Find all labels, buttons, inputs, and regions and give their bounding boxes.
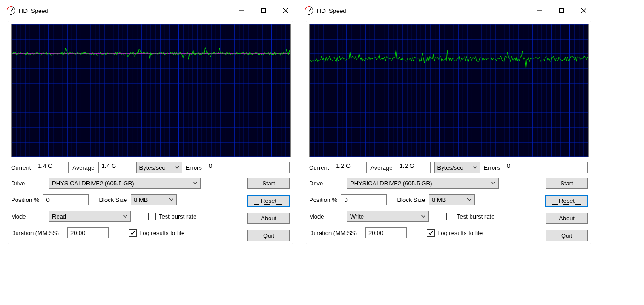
errors-label: Errors	[484, 164, 500, 171]
blocksize-select[interactable]: 8 MB	[429, 194, 475, 205]
current-label: Current	[11, 164, 31, 171]
graph-panel	[11, 24, 291, 157]
checkbox-icon	[129, 229, 137, 237]
duration-label: Duration (MM:SS)	[11, 230, 59, 236]
burst-label: Test burst rate	[457, 213, 494, 220]
blocksize-select[interactable]: 8 MB	[131, 194, 177, 205]
current-value: 1.2 G	[333, 162, 367, 173]
mode-select[interactable]: Write	[347, 211, 429, 222]
burst-label: Test burst rate	[159, 213, 196, 220]
drive-label: Drive	[309, 180, 343, 187]
svg-rect-0	[262, 9, 266, 13]
blocksize-label: Block Size	[397, 196, 425, 203]
reset-button[interactable]: Reset	[546, 195, 588, 206]
graph-panel	[309, 24, 589, 157]
about-button[interactable]: About	[247, 213, 290, 224]
unit-select[interactable]: Bytes/sec	[136, 162, 182, 173]
maximize-button[interactable]	[257, 6, 270, 16]
titlebar[interactable]: HD_Speed	[3, 3, 298, 18]
chevron-down-icon	[491, 182, 495, 184]
average-label: Average	[370, 164, 392, 171]
app-icon	[7, 6, 15, 15]
burst-checkbox[interactable]: Test burst rate	[446, 213, 494, 220]
checkbox-icon	[148, 213, 156, 220]
close-button[interactable]	[577, 6, 590, 16]
checkbox-icon	[446, 213, 454, 220]
errors-value: 0	[504, 162, 588, 173]
svg-rect-73	[560, 9, 564, 13]
logfile-checkbox[interactable]: Log results to file	[427, 229, 483, 237]
current-label: Current	[309, 164, 329, 171]
current-value: 1.4 G	[34, 162, 69, 173]
position-label: Position %	[11, 196, 39, 203]
chevron-down-icon	[123, 215, 127, 218]
maximize-button[interactable]	[555, 6, 568, 16]
chevron-down-icon	[473, 166, 477, 169]
mode-label: Mode	[309, 213, 343, 220]
errors-label: Errors	[186, 164, 202, 171]
chevron-down-icon	[175, 166, 179, 169]
minimize-button[interactable]	[533, 6, 546, 16]
app-window: HD_SpeedCurrent1.2 GAverage1.2 GBytes/se…	[301, 3, 596, 249]
graph-grid	[12, 24, 290, 157]
app-window: HD_SpeedCurrent1.4 GAverage1.4 GBytes/se…	[3, 3, 298, 249]
errors-value: 0	[206, 162, 290, 173]
position-input[interactable]	[43, 194, 89, 205]
blocksize-label: Block Size	[99, 196, 127, 203]
chevron-down-icon	[169, 198, 173, 201]
graph-grid	[310, 24, 588, 157]
unit-select[interactable]: Bytes/sec	[434, 162, 480, 173]
titlebar[interactable]: HD_Speed	[301, 3, 596, 18]
logfile-label: Log results to file	[139, 230, 184, 236]
drive-label: Drive	[11, 180, 45, 187]
position-input[interactable]	[341, 194, 387, 205]
duration-label: Duration (MM:SS)	[309, 230, 357, 236]
quit-button[interactable]: Quit	[546, 230, 588, 241]
drive-select[interactable]: PHYSICALDRIVE2 (605.5 GB)	[49, 178, 201, 189]
checkbox-icon	[427, 229, 435, 237]
burst-checkbox[interactable]: Test burst rate	[148, 213, 196, 220]
reset-button[interactable]: Reset	[247, 195, 290, 206]
start-button[interactable]: Start	[247, 178, 290, 189]
logfile-checkbox[interactable]: Log results to file	[129, 229, 184, 237]
window-title: HD_Speed	[19, 7, 235, 14]
start-button[interactable]: Start	[546, 178, 588, 189]
average-value: 1.2 G	[397, 162, 431, 173]
close-button[interactable]	[279, 6, 292, 16]
chevron-down-icon	[193, 182, 197, 184]
average-value: 1.4 G	[98, 162, 132, 173]
logfile-label: Log results to file	[437, 230, 483, 236]
quit-button[interactable]: Quit	[247, 230, 290, 241]
speed-graph	[12, 24, 290, 157]
mode-select[interactable]: Read	[49, 211, 131, 222]
minimize-button[interactable]	[235, 6, 248, 16]
average-label: Average	[72, 164, 94, 171]
client-area: Current1.2 GAverage1.2 GBytes/secErrors0…	[306, 21, 591, 244]
chevron-down-icon	[421, 215, 426, 218]
drive-select[interactable]: PHYSICALDRIVE2 (605.5 GB)	[347, 178, 499, 189]
mode-label: Mode	[11, 213, 45, 220]
window-title: HD_Speed	[317, 7, 533, 14]
duration-input[interactable]	[365, 227, 407, 238]
speed-graph	[310, 24, 588, 157]
duration-input[interactable]	[67, 227, 109, 238]
about-button[interactable]: About	[546, 213, 588, 224]
app-icon	[305, 6, 313, 15]
chevron-down-icon	[467, 198, 472, 201]
client-area: Current1.4 GAverage1.4 GBytes/secErrors0…	[8, 21, 293, 244]
position-label: Position %	[309, 196, 337, 203]
